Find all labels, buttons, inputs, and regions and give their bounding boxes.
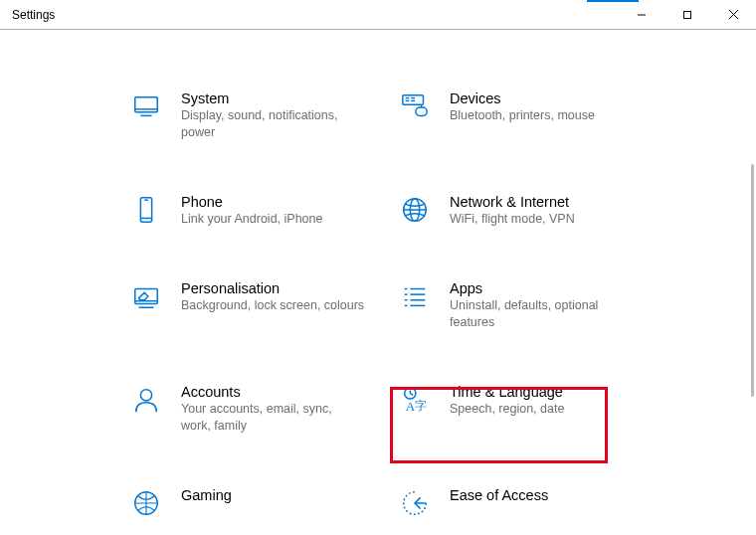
tile-network[interactable]: Network & Internet WiFi, flight mode, VP… xyxy=(398,193,647,228)
tile-title: Ease of Access xyxy=(450,486,548,504)
system-icon xyxy=(129,89,163,123)
tile-desc: Display, sound, notifications, power xyxy=(181,107,365,141)
tile-desc: Background, lock screen, colours xyxy=(181,297,364,314)
svg-line-34 xyxy=(410,393,413,395)
title-bar: Settings xyxy=(0,0,756,30)
tile-desc: Bluetooth, printers, mouse xyxy=(450,107,595,124)
accent-strip xyxy=(587,0,639,2)
tile-desc: Speech, region, date xyxy=(450,401,564,418)
minimize-icon xyxy=(637,10,647,20)
tile-desc: Your accounts, email, sync, work, family xyxy=(181,401,365,435)
window-controls xyxy=(619,0,756,29)
gaming-icon xyxy=(129,486,163,520)
close-icon xyxy=(728,9,739,20)
time-language-icon: A 字 xyxy=(398,383,432,417)
tile-time-language[interactable]: A 字 Time & Language Speech, region, date xyxy=(398,383,647,435)
close-button[interactable] xyxy=(710,0,756,29)
ease-of-access-icon xyxy=(398,486,432,520)
tile-apps[interactable]: Apps Uninstall, defaults, optional featu… xyxy=(398,279,647,331)
tile-gaming[interactable]: Gaming xyxy=(129,486,378,520)
tile-devices[interactable]: Devices Bluetooth, printers, mouse xyxy=(398,89,647,141)
window-title: Settings xyxy=(12,8,55,22)
tile-title: Network & Internet xyxy=(450,193,575,211)
category-grid: System Display, sound, notifications, po… xyxy=(129,89,647,520)
tile-desc: Link your Android, iPhone xyxy=(181,211,322,228)
maximize-icon xyxy=(682,10,692,20)
tile-ease-of-access[interactable]: Ease of Access xyxy=(398,486,647,520)
tile-title: Apps xyxy=(450,279,634,297)
tile-title: Gaming xyxy=(181,486,232,504)
devices-icon xyxy=(398,89,432,123)
tile-desc: Uninstall, defaults, optional features xyxy=(450,297,634,331)
tile-title: Phone xyxy=(181,193,322,211)
accounts-icon xyxy=(129,383,163,417)
svg-rect-12 xyxy=(416,107,427,115)
tile-title: Personalisation xyxy=(181,279,364,297)
network-icon xyxy=(398,193,432,227)
tile-desc: WiFi, flight mode, VPN xyxy=(450,211,575,228)
svg-point-31 xyxy=(140,389,151,400)
tile-phone[interactable]: Phone Link your Android, iPhone xyxy=(129,193,378,228)
svg-rect-1 xyxy=(684,11,691,18)
tile-system[interactable]: System Display, sound, notifications, po… xyxy=(129,89,378,141)
settings-content: System Display, sound, notifications, po… xyxy=(0,30,756,535)
minimize-button[interactable] xyxy=(619,0,664,29)
scrollbar-vertical[interactable] xyxy=(751,164,754,397)
svg-rect-7 xyxy=(403,95,424,104)
tile-accounts[interactable]: Accounts Your accounts, email, sync, wor… xyxy=(129,383,378,435)
tile-title: Accounts xyxy=(181,383,365,401)
apps-icon xyxy=(398,279,432,313)
tile-title: Devices xyxy=(450,89,595,107)
phone-icon xyxy=(129,193,163,227)
svg-text:字: 字 xyxy=(415,399,427,413)
maximize-button[interactable] xyxy=(664,0,710,29)
tile-title: System xyxy=(181,89,365,107)
tile-title: Time & Language xyxy=(450,383,564,401)
tile-personalisation[interactable]: Personalisation Background, lock screen,… xyxy=(129,279,378,331)
personalisation-icon xyxy=(129,279,163,313)
